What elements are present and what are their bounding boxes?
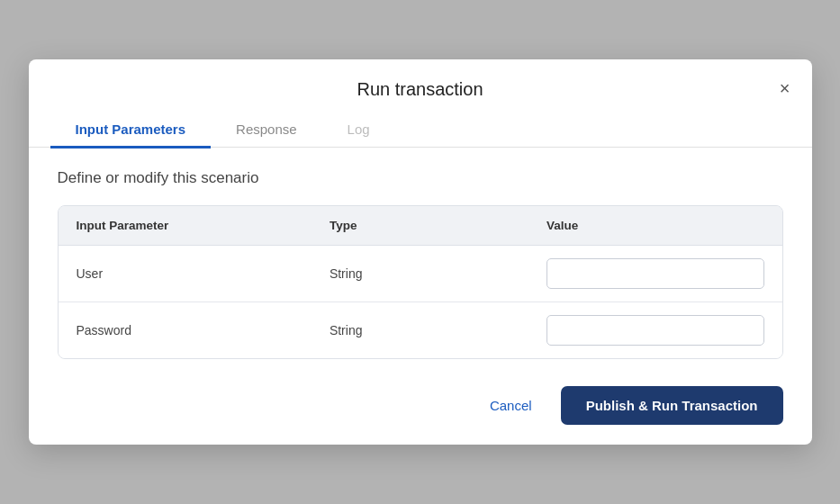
tab-response[interactable]: Response (211, 112, 322, 148)
param-table-container: Input Parameter Type Value User String (58, 205, 783, 359)
section-description: Define or modify this scenario (58, 169, 783, 187)
table-row: User String (59, 246, 782, 302)
col-header-value: Value (528, 206, 781, 246)
col-header-input-parameter: Input Parameter (59, 206, 312, 246)
param-value-input-user[interactable] (546, 258, 763, 289)
tab-log: Log (322, 112, 395, 148)
publish-run-button[interactable]: Publish & Run Transaction (561, 386, 783, 425)
tab-input-parameters[interactable]: Input Parameters (50, 112, 212, 148)
param-type-user: String (312, 246, 528, 302)
param-type-password: String (312, 302, 528, 359)
modal-header: Run transaction × (29, 59, 812, 100)
table-row: Password String (59, 302, 782, 359)
cancel-button[interactable]: Cancel (475, 389, 546, 422)
param-value-cell-password (528, 302, 781, 359)
close-button[interactable]: × (776, 76, 794, 101)
modal-overlay: Run transaction × Input Parameters Respo… (0, 0, 840, 504)
tab-bar: Input Parameters Response Log (29, 112, 812, 148)
modal-dialog: Run transaction × Input Parameters Respo… (29, 59, 812, 446)
param-name-password: Password (59, 302, 312, 359)
table-header-row: Input Parameter Type Value (59, 206, 782, 246)
param-value-cell-user (528, 246, 781, 302)
param-value-input-password[interactable] (546, 315, 763, 346)
param-table: Input Parameter Type Value User String (59, 206, 782, 358)
col-header-type: Type (312, 206, 528, 246)
modal-body: Define or modify this scenario Input Par… (29, 148, 812, 374)
modal-footer: Cancel Publish & Run Transaction (29, 374, 812, 445)
param-name-user: User (59, 246, 312, 302)
modal-title: Run transaction (50, 79, 790, 100)
